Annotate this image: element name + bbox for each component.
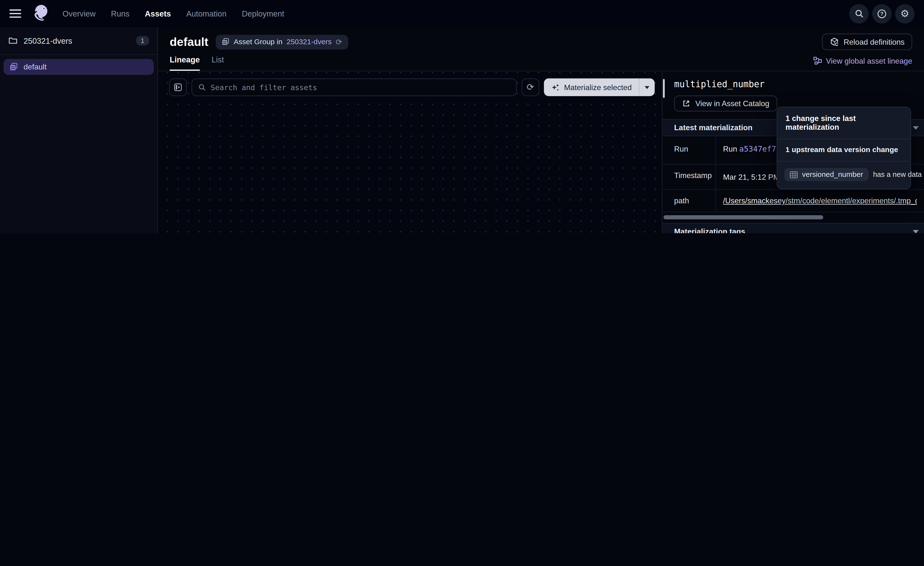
help-icon: ? bbox=[877, 9, 887, 18]
nav-actions: ? ⚙ bbox=[849, 4, 915, 23]
search-icon bbox=[854, 9, 864, 18]
top-nav: Overview Runs Assets Automation Deployme… bbox=[0, 0, 924, 27]
materialize-selected-label: Materialize selected bbox=[564, 83, 632, 92]
reload-definitions-button[interactable]: Reload definitions bbox=[822, 33, 912, 50]
asset-detail-panel: multiplied_number View in Asset Catalog … bbox=[662, 71, 924, 233]
asset-group-icon bbox=[221, 38, 230, 46]
nav-item-deployment[interactable]: Deployment bbox=[242, 9, 284, 18]
search-input[interactable] bbox=[211, 83, 510, 92]
dagster-logo-icon[interactable] bbox=[29, 2, 52, 25]
folder-icon bbox=[8, 36, 18, 45]
lineage-graph-icon bbox=[813, 57, 822, 65]
cube-reload-icon bbox=[830, 37, 839, 47]
svg-text:?: ? bbox=[880, 11, 884, 17]
graph-toolbar: ⟳ Materialize selected bbox=[169, 78, 655, 96]
view-global-asset-lineage-label: View global asset lineage bbox=[826, 57, 912, 65]
menu-icon[interactable] bbox=[9, 9, 21, 18]
changes-popup: 1 change since last materialization 1 up… bbox=[777, 107, 911, 189]
changes-popup-heading: 1 change since last materialization bbox=[777, 107, 910, 139]
asset-group-icon bbox=[9, 62, 18, 71]
refresh-graph-button[interactable]: ⟳ bbox=[522, 78, 539, 96]
table-icon bbox=[790, 171, 798, 179]
asset-group-badge-prefix: Asset Group in bbox=[234, 38, 283, 46]
nav-item-overview[interactable]: Overview bbox=[62, 9, 96, 18]
external-link-icon bbox=[682, 99, 690, 108]
refresh-icon: ⟳ bbox=[527, 83, 534, 92]
horizontal-scrollbar[interactable] bbox=[663, 215, 823, 219]
asset-group-badge-link[interactable]: 250321-dvers bbox=[286, 38, 332, 46]
view-in-asset-catalog-label: View in Asset Catalog bbox=[695, 99, 770, 108]
asset-chip-label: versioned_number bbox=[802, 170, 863, 179]
sidebar-item-label: default bbox=[24, 62, 46, 71]
view-in-asset-catalog-button[interactable]: View in Asset Catalog bbox=[674, 95, 777, 111]
timestamp-value: Mar 21, 5:12 PM bbox=[723, 173, 780, 181]
sidebar-repo-name: 250321-dvers bbox=[24, 36, 72, 45]
sidebar: 250321-dvers 1 default 250321-dvers ⟳ bbox=[0, 27, 158, 233]
row-path-key: path bbox=[662, 190, 716, 212]
sidebar-repo-row[interactable]: 250321-dvers 1 bbox=[0, 27, 158, 55]
panel-expand-icon bbox=[173, 83, 183, 92]
nav-item-runs[interactable]: Runs bbox=[111, 9, 129, 18]
chevron-down-icon[interactable] bbox=[913, 126, 919, 129]
materialize-dropdown-button[interactable] bbox=[639, 78, 655, 96]
help-button[interactable]: ? bbox=[872, 4, 891, 23]
chevron-down-icon bbox=[645, 86, 649, 89]
changes-popup-row: versioned_number has a new data version bbox=[777, 161, 910, 189]
row-run-key: Run bbox=[662, 136, 716, 164]
lineage-graph-canvas[interactable]: ⟳ Materialize selected bbox=[158, 71, 662, 233]
run-id-link[interactable]: a5347ef7 bbox=[739, 145, 776, 153]
changes-popup-note: has a new data version bbox=[873, 170, 924, 179]
path-link[interactable]: /Users/smackesey/stm/code/elementl/exper… bbox=[723, 196, 917, 205]
page-title: default bbox=[170, 35, 208, 48]
reload-definitions-label: Reload definitions bbox=[844, 38, 904, 46]
search-icon bbox=[198, 83, 206, 91]
sidebar-item-default[interactable]: default bbox=[4, 59, 154, 75]
row-timestamp-key: Timestamp bbox=[662, 164, 716, 189]
search-button[interactable] bbox=[849, 4, 868, 23]
tab-lineage[interactable]: Lineage bbox=[170, 56, 200, 71]
section-title: Materialization tags bbox=[674, 227, 746, 233]
view-global-asset-lineage-link[interactable]: View global asset lineage bbox=[813, 57, 912, 71]
nav-item-automation[interactable]: Automation bbox=[186, 9, 226, 18]
nav-links: Overview Runs Assets Automation Deployme… bbox=[62, 9, 284, 18]
gear-icon: ⚙ bbox=[900, 9, 909, 18]
chevron-down-icon[interactable] bbox=[913, 230, 919, 233]
changes-popup-subheading: 1 upstream data version change bbox=[777, 138, 910, 161]
reload-icon[interactable]: ⟳ bbox=[336, 38, 342, 46]
tab-list[interactable]: List bbox=[212, 56, 224, 71]
sidebar-repo-count: 1 bbox=[136, 36, 149, 45]
panel-resize-handle[interactable] bbox=[663, 79, 665, 98]
app-window: Overview Runs Assets Automation Deployme… bbox=[0, 0, 924, 233]
asset-group-badge: Asset Group in 250321-dvers ⟳ bbox=[215, 35, 348, 49]
run-prefix: Run bbox=[723, 145, 737, 153]
row-path: path /Users/smackesey/stm/code/elementl/… bbox=[662, 190, 924, 212]
asset-search[interactable] bbox=[192, 78, 517, 96]
sparkles-icon bbox=[551, 83, 560, 92]
asset-chip-versioned-number[interactable]: versioned_number bbox=[784, 168, 868, 181]
section-title: Latest materialization bbox=[674, 123, 753, 132]
panel-asset-title: multiplied_number bbox=[662, 71, 924, 90]
nav-item-assets[interactable]: Assets bbox=[145, 9, 171, 18]
section-materialization-tags: Materialization tags bbox=[662, 223, 924, 233]
page-header: default Asset Group in 250321-dvers ⟳ bbox=[158, 27, 924, 71]
settings-button[interactable]: ⚙ bbox=[895, 4, 915, 23]
collapse-sidebar-button[interactable] bbox=[169, 78, 187, 96]
materialize-selected-button[interactable]: Materialize selected bbox=[544, 78, 655, 96]
